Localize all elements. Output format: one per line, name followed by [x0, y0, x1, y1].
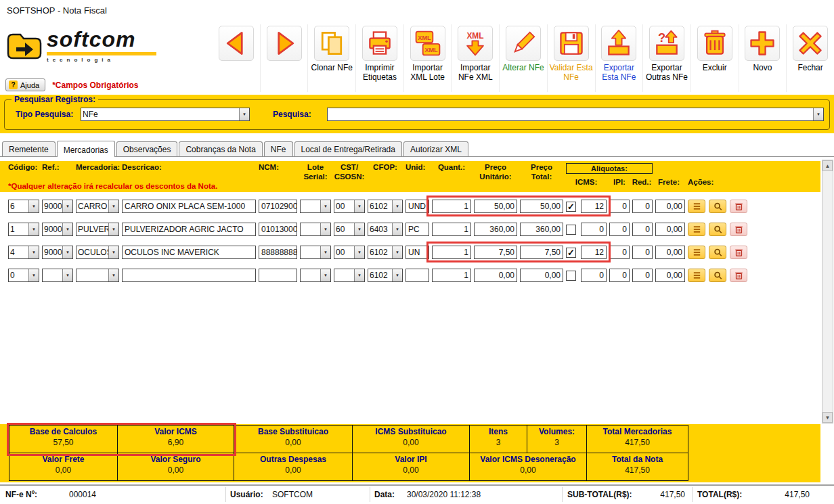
row-search-button[interactable]	[709, 269, 726, 282]
cst-csosn-select[interactable]: 60▼	[334, 223, 365, 236]
chevron-down-icon[interactable]: ▼	[239, 108, 249, 120]
cfop-select[interactable]: 6403▼	[368, 223, 403, 236]
tab-remetente[interactable]: Remetente	[2, 141, 56, 156]
ipi-input[interactable]: 0	[609, 269, 630, 282]
toolbar-button-excluir[interactable]: Excluir	[690, 24, 739, 92]
mercadoria-select[interactable]: CARRO C▼	[76, 200, 119, 213]
preco-unitario-input[interactable]: 50,00	[474, 200, 517, 213]
tab-local-de-entrega-retirada[interactable]: Local de Entrega/Retirada	[294, 141, 402, 156]
icms-checkbox[interactable]: ✓	[566, 202, 576, 212]
row-delete-button[interactable]	[730, 200, 747, 213]
row-detail-button[interactable]	[688, 246, 705, 259]
lote-serial-select[interactable]: ▼	[300, 223, 331, 236]
preco-total-input[interactable]: 7,50	[520, 246, 563, 259]
ref-select[interactable]: ▼	[42, 269, 73, 282]
tab-mercadorias[interactable]: Mercadorias	[57, 141, 115, 157]
icms-checkbox[interactable]	[566, 271, 576, 281]
row-delete-button[interactable]	[730, 246, 747, 259]
unid-input[interactable]	[405, 269, 429, 282]
scroll-down-icon[interactable]: ▼	[822, 412, 833, 423]
unid-input[interactable]: UN	[405, 246, 429, 259]
chevron-down-icon[interactable]: ▼	[28, 200, 39, 212]
chevron-down-icon[interactable]: ▼	[392, 269, 402, 281]
chevron-down-icon[interactable]: ▼	[354, 200, 364, 212]
icms-input[interactable]: 0	[581, 223, 607, 236]
chevron-down-icon[interactable]: ▼	[392, 223, 402, 235]
chevron-down-icon[interactable]: ▼	[354, 223, 364, 235]
icms-input[interactable]: 0	[581, 269, 607, 282]
chevron-down-icon[interactable]: ▼	[28, 246, 39, 258]
codigo-select[interactable]: 0▼	[8, 269, 39, 282]
toolbar-button-novo[interactable]: Novo	[739, 24, 787, 92]
preco-unitario-input[interactable]: 360,00	[474, 223, 517, 236]
cst-csosn-select[interactable]: 00▼	[334, 200, 365, 213]
tab-cobrancas-da-nota[interactable]: Cobranças da Nota	[179, 141, 262, 156]
chevron-down-icon[interactable]: ▼	[392, 246, 402, 258]
codigo-select[interactable]: 6▼	[8, 200, 39, 213]
chevron-down-icon[interactable]: ▼	[320, 223, 330, 235]
ncm-input[interactable]	[259, 269, 297, 282]
chevron-down-icon[interactable]: ▼	[320, 200, 330, 212]
toolbar-button-imprimir-etiquetas[interactable]: Imprimir Etiquetas	[355, 24, 403, 92]
toolbar-button-clonar-nfe[interactable]: Clonar NFe	[307, 24, 355, 92]
quant-input[interactable]: 1	[432, 223, 471, 236]
toolbar-button-next[interactable]	[260, 24, 308, 92]
row-search-button[interactable]	[709, 200, 726, 213]
cst-csosn-select[interactable]: ▼	[334, 269, 365, 282]
ref-select[interactable]: 90000▼	[42, 223, 73, 236]
cst-csosn-select[interactable]: 00▼	[334, 246, 365, 259]
icms-input[interactable]: 12	[581, 200, 607, 213]
chevron-down-icon[interactable]: ▼	[320, 246, 330, 258]
codigo-select[interactable]: 1▼	[8, 223, 39, 236]
toolbar-button-importar-xml-lote[interactable]: XMLXMLImportar XML Lote	[403, 24, 452, 92]
mercadoria-select[interactable]: OCULOS▼	[76, 246, 119, 259]
row-search-button[interactable]	[709, 223, 726, 236]
preco-total-input[interactable]: 50,00	[520, 200, 563, 213]
chevron-down-icon[interactable]: ▼	[28, 269, 39, 281]
preco-unitario-input[interactable]: 0,00	[474, 269, 517, 282]
lote-serial-select[interactable]: ▼	[300, 269, 331, 282]
quant-input[interactable]: 1	[432, 246, 471, 259]
row-delete-button[interactable]	[730, 269, 747, 282]
pesquisa-input[interactable]: ▼	[327, 108, 824, 121]
mercadoria-select[interactable]: ▼	[76, 269, 119, 282]
tipo-pesquisa-select[interactable]: NFe ▼	[81, 108, 250, 121]
row-delete-button[interactable]	[730, 223, 747, 236]
icms-input[interactable]: 12	[581, 246, 607, 259]
toolbar-button-validar-esta-nfe[interactable]: Validar Esta NFe	[547, 24, 595, 92]
preco-total-input[interactable]: 360,00	[520, 223, 563, 236]
descricao-input[interactable]: CARRO ONIX PLACA SEM-1000	[122, 200, 256, 213]
frete-input[interactable]: 0,00	[655, 223, 685, 236]
red-input[interactable]: 0	[632, 223, 653, 236]
descricao-input[interactable]: PULVERIZADOR AGRIC JACTO	[122, 223, 256, 236]
red-input[interactable]: 0	[632, 246, 653, 259]
ipi-input[interactable]: 0	[609, 223, 630, 236]
toolbar-button-fechar[interactable]: Fechar	[786, 24, 834, 92]
red-input[interactable]: 0	[632, 200, 653, 213]
chevron-down-icon[interactable]: ▼	[108, 246, 118, 258]
chevron-down-icon[interactable]: ▼	[108, 223, 118, 235]
frete-input[interactable]: 0,00	[655, 200, 685, 213]
tab-nfe[interactable]: NFe	[264, 141, 293, 156]
quant-input[interactable]: 1	[432, 200, 471, 213]
unid-input[interactable]: UND	[405, 200, 429, 213]
chevron-down-icon[interactable]: ▼	[62, 200, 72, 212]
chevron-down-icon[interactable]: ▼	[108, 200, 118, 212]
descricao-input[interactable]: OCULOS INC MAVERICK	[122, 246, 256, 259]
row-search-button[interactable]	[709, 246, 726, 259]
ncm-input[interactable]: 07102900	[259, 200, 297, 213]
toolbar-button-prev[interactable]	[213, 24, 260, 92]
chevron-down-icon[interactable]: ▼	[354, 246, 364, 258]
row-detail-button[interactable]	[688, 200, 705, 213]
lote-serial-select[interactable]: ▼	[300, 246, 331, 259]
cfop-select[interactable]: 6102▼	[368, 200, 403, 213]
descricao-input[interactable]	[122, 269, 256, 282]
codigo-select[interactable]: 4▼	[8, 246, 39, 259]
ipi-input[interactable]: 0	[609, 200, 630, 213]
tab-observacoes[interactable]: Observações	[116, 141, 178, 156]
toolbar-button-exportar-outras-nfe[interactable]: ?Exportar Outras NFe	[642, 24, 690, 92]
chevron-down-icon[interactable]: ▼	[813, 108, 823, 120]
frete-input[interactable]: 0,00	[655, 246, 685, 259]
unid-input[interactable]: PC	[405, 223, 429, 236]
toolbar-button-exportar-esta-nfe[interactable]: Exportar Esta NFe	[595, 24, 643, 92]
